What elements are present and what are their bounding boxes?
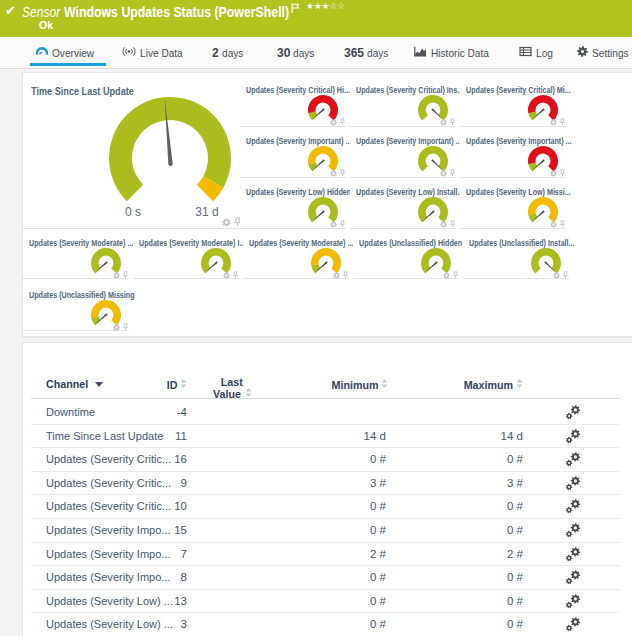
tab-2-days[interactable]: 2 days [212,37,246,68]
gauge-settings-gear-icon[interactable] [330,170,337,177]
channel-settings-gears-icon[interactable] [561,401,583,425]
tab-365-days-label: days [367,47,388,59]
gauge-settings-gear-icon[interactable] [550,170,557,177]
channel-row[interactable]: Updates (Severity Low) ...130 #0 # [31,590,620,614]
chart-icon [414,46,427,59]
channel-row[interactable]: Downtime-4 [31,401,620,425]
channel-settings-gears-icon[interactable] [561,590,583,614]
gauge-settings-gear-icon[interactable] [550,221,557,228]
column-header-last-value[interactable]: LastValue [201,378,263,399]
channel-settings-gears-icon[interactable] [561,566,583,590]
gauge-settings-gear-icon[interactable] [330,119,337,126]
channel-row[interactable]: Updates (Severity Impo...150 #0 # [31,519,620,543]
column-header-channel[interactable]: Channel [46,378,103,390]
channel-row[interactable]: Updates (Severity Impo...80 #0 # [31,566,620,590]
gauge-tile: Updates (Severity Low) Missi... [460,178,566,229]
channel-row[interactable]: Updates (Severity Critic...100 #0 # [31,495,620,519]
tab-live-data-label: Live Data [140,47,183,59]
gauge-settings-gear-icon[interactable] [223,272,230,279]
channel-settings-gears-icon[interactable] [561,543,583,567]
column-header-id[interactable]: ID [166,378,188,391]
cell-id: 11 [91,425,187,449]
pin-icon[interactable] [342,271,349,279]
gauge-tile-icons [440,169,456,177]
gauge-settings-gear-icon[interactable] [440,119,447,126]
tab-bar: Overview Live Data 2 days 30 days 365 da… [0,37,632,69]
pin-icon[interactable] [339,220,346,228]
gauge-settings-gear-icon[interactable] [550,119,557,126]
sensor-header-bar: ✔ Sensor Windows Updates Status (PowerSh… [0,0,632,37]
cell-id: 16 [91,448,187,472]
gauge-settings-gear-icon[interactable] [113,272,120,279]
gauge-settings-gear-icon[interactable] [553,272,560,279]
live-icon [122,46,136,59]
gauge-settings-gear-icon[interactable] [440,170,447,177]
gauge-tile-icons [222,217,242,227]
gauge-tile-icons [550,118,566,126]
tab-365-days-number: 365 [344,46,364,60]
gauge-settings-gear-icon[interactable] [222,218,231,227]
channel-settings-gears-icon[interactable] [561,472,583,496]
pin-icon[interactable] [339,169,346,177]
pin-icon[interactable] [562,271,569,279]
gauge-tile: Updates (Unclassified) Install... [463,229,569,279]
gauge-tile-icons [113,323,129,331]
cell-maximum: 14 d [391,425,523,449]
gauge-settings-gear-icon[interactable] [443,272,450,279]
tab-live-data[interactable]: Live Data [122,37,189,68]
tab-365-days[interactable]: 365 days [344,37,391,68]
pin-icon[interactable] [122,323,129,331]
gauge-settings-gear-icon[interactable] [440,221,447,228]
channel-settings-gears-icon[interactable] [561,519,583,543]
cell-maximum: 0 # [391,613,523,636]
pin-icon[interactable] [232,271,239,279]
gauge-tile: Updates (Severity Important) ... [460,127,566,178]
gauge-tile: Updates (Severity Moderate) ... [23,229,129,279]
pin-icon[interactable] [449,118,456,126]
cell-maximum: 2 # [391,543,523,567]
channel-settings-gears-icon[interactable] [561,425,583,449]
channel-row[interactable]: Updates (Severity Impo...72 #2 # [31,543,620,567]
tab-historic-data[interactable]: Historic Data [414,37,497,68]
gauge-tile-time-since-last-update: Time Since Last Update0 s31 d [23,76,239,229]
cell-id: 13 [91,590,187,614]
gauge-tile: Updates (Severity Moderate) ... [243,229,349,279]
pin-icon[interactable] [339,118,346,126]
object-type-label: Sensor [22,4,60,20]
pin-icon[interactable] [449,169,456,177]
gauge-settings-gear-icon[interactable] [330,221,337,228]
tab-settings-label: Settings [592,47,629,59]
gauge-settings-gear-icon[interactable] [113,324,120,331]
gauge-settings-gear-icon[interactable] [333,272,340,279]
pin-icon[interactable] [559,220,566,228]
cell-minimum [261,401,386,425]
column-header-minimum[interactable]: Minimum [328,378,388,391]
gauge-icon [36,46,48,59]
tab-historic-data-label: Historic Data [431,47,489,59]
channel-row[interactable]: Time Since Last Update1114 d14 d [31,425,620,449]
pin-icon[interactable] [449,220,456,228]
channel-row[interactable]: Updates (Severity Low) ...30 #0 # [31,613,620,636]
tab-log[interactable]: Log [519,37,555,68]
tab-settings[interactable]: Settings [577,37,632,68]
tab-overview[interactable]: Overview [36,37,100,68]
channel-row[interactable]: Updates (Severity Critic...160 #0 # [31,448,620,472]
pin-icon[interactable] [122,271,129,279]
priority-flag-icon[interactable] [291,3,300,13]
channel-row[interactable]: Updates (Severity Critic...93 #3 # [31,472,620,496]
channel-settings-gears-icon[interactable] [561,613,583,636]
pin-icon[interactable] [452,271,459,279]
pin-icon[interactable] [559,169,566,177]
cell-maximum: 0 # [391,590,523,614]
tab-30-days[interactable]: 30 days [277,37,318,68]
sensor-title: Windows Updates Status (PowerShell) [64,4,289,20]
channel-settings-gears-icon[interactable] [561,448,583,472]
channel-settings-gears-icon[interactable] [561,495,583,519]
cell-id: 15 [91,519,187,543]
gauge-tile-icons [443,271,459,279]
cell-minimum: 2 # [261,543,386,567]
column-header-maximum[interactable]: Maximum [460,378,523,391]
tab-2-days-label: days [222,47,243,59]
pin-icon[interactable] [559,118,566,126]
priority-stars[interactable]: ★★★☆☆ [306,1,345,11]
